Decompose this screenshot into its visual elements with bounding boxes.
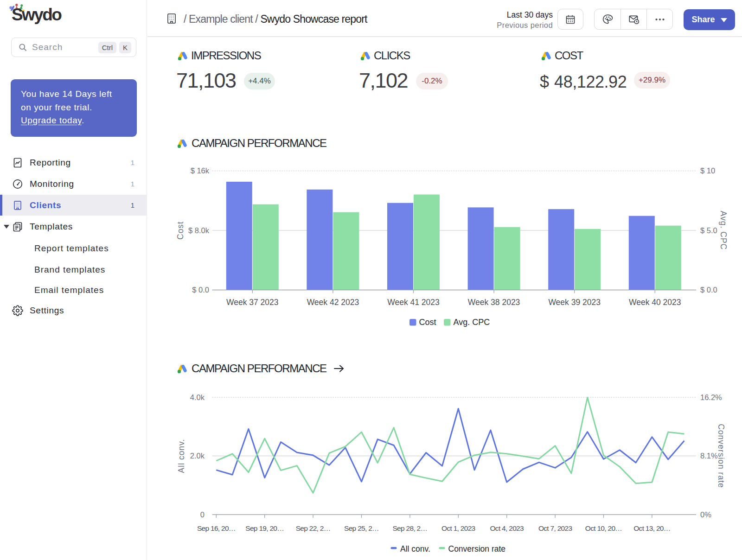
svg-text:4.0k: 4.0k [190, 393, 205, 401]
svg-text:16.2%: 16.2% [700, 393, 722, 401]
svg-text:Week 37 2023: Week 37 2023 [226, 298, 279, 307]
svg-text:Conversion rate: Conversion rate [716, 424, 726, 488]
svg-text:Sep 19, 20…: Sep 19, 20… [245, 524, 284, 532]
svg-text:Cost: Cost [419, 318, 436, 327]
svg-text:$ 5.0: $ 5.0 [700, 226, 717, 235]
svg-text:Week 39 2023: Week 39 2023 [548, 298, 601, 307]
svg-text:Oct 4, 2023: Oct 4, 2023 [490, 524, 524, 532]
svg-text:Oct 7, 2023: Oct 7, 2023 [538, 524, 572, 532]
svg-text:$ 10: $ 10 [700, 166, 715, 175]
svg-text:Sep 22, 2…: Sep 22, 2… [296, 524, 331, 532]
svg-text:$ 16k: $ 16k [191, 166, 210, 175]
svg-text:Week 41 2023: Week 41 2023 [387, 298, 440, 307]
svg-text:Sep 25, 2…: Sep 25, 2… [344, 524, 379, 532]
svg-text:$ 0.0: $ 0.0 [192, 286, 209, 294]
svg-text:Avg. CPC: Avg. CPC [454, 318, 490, 327]
svg-text:Oct 13, 20…: Oct 13, 20… [633, 524, 670, 532]
svg-text:2.0k: 2.0k [190, 452, 205, 460]
svg-text:8.1%: 8.1% [700, 452, 718, 460]
svg-text:Sep 28, 2…: Sep 28, 2… [392, 524, 427, 532]
svg-text:All conv.: All conv. [177, 439, 186, 473]
svg-text:0%: 0% [700, 510, 711, 519]
svg-text:Week 42 2023: Week 42 2023 [307, 298, 359, 307]
svg-text:$ 8.0k: $ 8.0k [188, 226, 210, 235]
svg-text:Oct 10, 20…: Oct 10, 20… [585, 524, 622, 532]
svg-text:0: 0 [200, 510, 205, 519]
svg-text:Sep 16, 20…: Sep 16, 20… [197, 524, 236, 532]
svg-text:All conv.: All conv. [400, 544, 430, 554]
svg-text:$ 0.0: $ 0.0 [700, 286, 717, 294]
svg-text:Cost: Cost [176, 221, 185, 240]
svg-text:Avg. CPC: Avg. CPC [719, 211, 728, 250]
svg-text:Oct 1, 2023: Oct 1, 2023 [441, 524, 475, 532]
svg-text:Week 38 2023: Week 38 2023 [468, 298, 520, 307]
svg-text:Week 40 2023: Week 40 2023 [629, 298, 681, 307]
svg-text:Conversion rate: Conversion rate [448, 544, 506, 554]
